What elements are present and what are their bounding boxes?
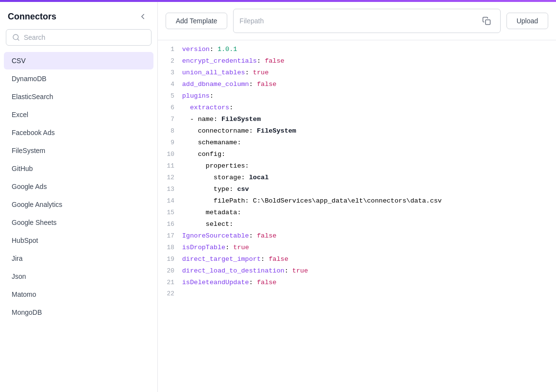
code-line-12: 12 storage: local <box>158 172 556 184</box>
search-container <box>0 29 157 51</box>
sidebar: Connectors CSVDynamoDBElasticSearchExcel… <box>0 2 158 392</box>
connector-list: CSVDynamoDBElasticSearchExcelFacebook Ad… <box>0 51 157 392</box>
sidebar-item-excel[interactable]: Excel <box>4 106 153 123</box>
sidebar-item-matomo[interactable]: Matomo <box>4 286 153 303</box>
line-number-22: 22 <box>158 289 182 299</box>
sidebar-item-google-analytics[interactable]: Google Analytics <box>4 196 153 213</box>
line-content-1: version: 1.0.1 <box>182 44 556 55</box>
code-line-9: 9 schemaname: <box>158 137 556 149</box>
code-line-4: 4add_dbname_column: false <box>158 79 556 91</box>
editor-toolbar: Add Template Upload <box>158 2 556 40</box>
line-number-14: 14 <box>158 196 182 206</box>
sidebar-item-jira[interactable]: Jira <box>4 250 153 267</box>
sidebar-item-github[interactable]: GitHub <box>4 160 153 177</box>
code-line-11: 11 properties: <box>158 161 556 172</box>
line-content-4: add_dbname_column: false <box>182 79 556 90</box>
line-number-2: 2 <box>158 56 182 67</box>
editor-panel: Add Template Upload 1version: 1.0.12encr… <box>158 2 556 392</box>
filepath-wrapper <box>233 9 500 33</box>
line-number-15: 15 <box>158 208 182 218</box>
code-line-6: 6 extractors: <box>158 102 556 114</box>
line-content-6: extractors: <box>182 102 556 113</box>
line-content-14: filePath: C:\BoldServices\app_data\elt\c… <box>182 196 556 206</box>
sidebar-item-google-ads[interactable]: Google Ads <box>4 178 153 195</box>
line-number-17: 17 <box>158 231 182 241</box>
sidebar-item-dynamodb[interactable]: DynamoDB <box>4 70 153 87</box>
line-content-19: direct_target_import: false <box>182 254 556 265</box>
code-line-5: 5plugins: <box>158 91 556 102</box>
line-number-6: 6 <box>158 103 182 113</box>
filepath-input[interactable] <box>239 17 474 25</box>
line-content-17: IgnoreSourcetable: false <box>182 231 556 241</box>
line-content-12: storage: local <box>182 172 556 183</box>
code-line-13: 13 type: csv <box>158 184 556 196</box>
svg-line-1 <box>17 39 19 40</box>
code-editor[interactable]: 1version: 1.0.12encrypt_credentials: fal… <box>158 40 556 392</box>
line-content-3: union_all_tables: true <box>182 68 556 78</box>
line-number-21: 21 <box>158 278 182 288</box>
sidebar-item-facebook-ads[interactable]: Facebook Ads <box>4 124 153 141</box>
line-content-5: plugins: <box>182 91 556 102</box>
line-number-5: 5 <box>158 91 182 102</box>
add-template-button[interactable]: Add Template <box>166 13 227 29</box>
sidebar-item-hubspot[interactable]: HubSpot <box>4 232 153 249</box>
copy-filepath-button[interactable] <box>479 13 494 29</box>
line-content-10: config: <box>182 149 556 160</box>
line-content-18: isDropTable: true <box>182 242 556 253</box>
line-number-1: 1 <box>158 45 182 55</box>
sidebar-item-csv[interactable]: CSV <box>4 52 153 69</box>
code-line-19: 19direct_target_import: false <box>158 254 556 266</box>
upload-button[interactable]: Upload <box>506 13 548 29</box>
line-number-20: 20 <box>158 266 182 276</box>
line-content-20: direct_load_to_destination: true <box>182 266 556 276</box>
line-content-8: connectorname: FileSystem <box>182 126 556 136</box>
code-line-8: 8 connectorname: FileSystem <box>158 126 556 137</box>
code-line-16: 16 select: <box>158 219 556 231</box>
code-line-3: 3union_all_tables: true <box>158 68 556 79</box>
sidebar-item-elasticsearch[interactable]: ElasticSearch <box>4 88 153 105</box>
line-content-2: encrypt_credentials: false <box>182 56 556 67</box>
line-number-13: 13 <box>158 185 182 195</box>
line-content-9: schemaname: <box>182 137 556 148</box>
line-number-9: 9 <box>158 138 182 148</box>
sidebar-header: Connectors <box>0 2 157 29</box>
line-number-4: 4 <box>158 80 182 90</box>
sidebar-item-google-sheets[interactable]: Google Sheets <box>4 214 153 231</box>
code-line-18: 18isDropTable: true <box>158 242 556 254</box>
line-number-8: 8 <box>158 126 182 136</box>
search-input[interactable] <box>24 34 145 41</box>
line-content-11: properties: <box>182 161 556 171</box>
line-number-3: 3 <box>158 68 182 78</box>
sidebar-item-json[interactable]: Json <box>4 268 153 285</box>
chevron-left-icon <box>138 12 147 21</box>
line-number-16: 16 <box>158 220 182 230</box>
svg-rect-2 <box>485 20 490 25</box>
code-line-7: 7 - name: FileSystem <box>158 114 556 126</box>
code-line-14: 14 filePath: C:\BoldServices\app_data\el… <box>158 196 556 207</box>
code-line-1: 1version: 1.0.1 <box>158 44 556 56</box>
line-number-19: 19 <box>158 255 182 265</box>
sidebar-item-mongodb[interactable]: MongoDB <box>4 304 153 321</box>
line-number-18: 18 <box>158 243 182 253</box>
collapse-sidebar-button[interactable] <box>136 10 150 23</box>
line-content-7: - name: FileSystem <box>182 114 556 125</box>
line-number-10: 10 <box>158 150 182 160</box>
code-line-22: 22 <box>158 289 556 301</box>
code-line-21: 21isDeleteandUpdate: false <box>158 277 556 289</box>
code-line-15: 15 metadata: <box>158 207 556 219</box>
line-number-12: 12 <box>158 173 182 183</box>
line-number-11: 11 <box>158 161 182 171</box>
line-number-7: 7 <box>158 115 182 125</box>
code-line-10: 10 config: <box>158 149 556 161</box>
search-icon <box>12 34 20 41</box>
sidebar-item-filesystem[interactable]: FileSystem <box>4 142 153 159</box>
code-line-20: 20direct_load_to_destination: true <box>158 266 556 277</box>
code-line-2: 2encrypt_credentials: false <box>158 56 556 68</box>
main-container: Connectors CSVDynamoDBElasticSearchExcel… <box>0 2 556 392</box>
code-line-17: 17IgnoreSourcetable: false <box>158 231 556 242</box>
line-content-21: isDeleteandUpdate: false <box>182 277 556 288</box>
line-content-16: select: <box>182 219 556 230</box>
copy-icon <box>482 17 491 25</box>
sidebar-title: Connectors <box>8 12 56 22</box>
line-content-15: metadata: <box>182 207 556 218</box>
